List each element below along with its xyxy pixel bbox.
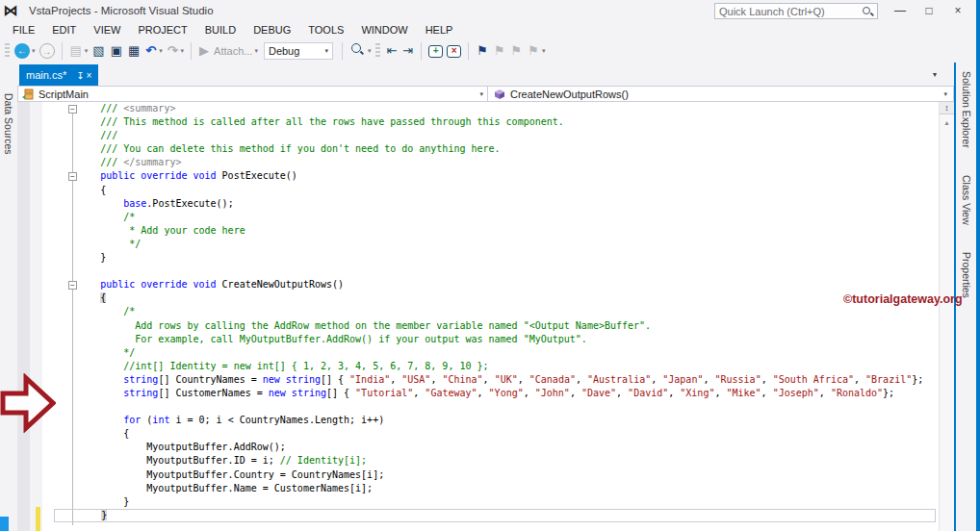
code-line[interactable] — [54, 265, 936, 278]
tab-main-cs[interactable]: main.cs* ↧ × — [19, 64, 98, 86]
new-file-dropdown[interactable]: ▾ — [85, 47, 89, 55]
types-dropdown-caret[interactable]: ▾ — [479, 90, 483, 98]
close-button[interactable]: × — [943, 0, 972, 21]
code-line[interactable]: for (int i = 0; i < CountryNames.Length;… — [54, 414, 936, 427]
code-line[interactable]: /// <summary> — [54, 102, 936, 115]
tab-list-dropdown-icon[interactable]: ▾ — [933, 70, 937, 79]
code-line[interactable]: } — [54, 251, 936, 265]
members-dropdown-caret[interactable]: ▾ — [943, 90, 947, 98]
debug-target-combo[interactable]: Debug▾ — [264, 42, 333, 60]
menu-item-help[interactable]: HELP — [417, 21, 462, 39]
navigate-forward-button[interactable]: → — [39, 43, 55, 59]
navigate-backward-button[interactable]: ← — [14, 43, 30, 59]
code-line[interactable]: //int[] Identity = new int[] { 1, 2, 3, … — [54, 360, 936, 373]
menu-item-debug[interactable]: DEBUG — [245, 21, 299, 39]
menu-item-project[interactable]: PROJECT — [129, 21, 195, 39]
menu-item-tools[interactable]: TOOLS — [299, 21, 352, 39]
undo-button[interactable]: ↶ — [145, 41, 156, 61]
types-dropdown[interactable]: ScriptMain ▾ — [18, 87, 487, 101]
find-overflow[interactable]: ▾ — [368, 47, 372, 55]
code-line[interactable]: /// You can delete this method if you do… — [54, 142, 936, 156]
minimize-button[interactable]: — — [886, 0, 915, 21]
watermark-text: ©tutorialgateway.org — [843, 292, 963, 306]
menu-item-edit[interactable]: EDIT — [43, 21, 85, 39]
save-button[interactable]: ▣ — [111, 41, 122, 61]
code-line[interactable]: base.PostExecute(); — [54, 197, 936, 211]
code-line[interactable]: */ — [54, 238, 936, 251]
window-border-corner — [0, 517, 9, 531]
add-comment-button[interactable]: + — [428, 45, 443, 58]
redo-button[interactable]: ↷ — [168, 41, 178, 61]
code-line[interactable]: For example, call MyOutputBuffer.AddRow(… — [54, 333, 936, 346]
code-lines[interactable]: /// <summary> /// This method is called … — [54, 102, 936, 522]
close-tab-icon[interactable]: × — [87, 70, 92, 81]
menu-item-file[interactable]: FILE — [4, 21, 43, 39]
attach-dropdown[interactable]: ▾ — [254, 47, 258, 55]
save-all-button[interactable]: ▦ — [128, 41, 140, 61]
vertical-scrollbar[interactable]: ↕ ▲ — [939, 102, 954, 531]
code-folding-margin: −−− — [42, 102, 54, 531]
pin-tab-icon[interactable]: ↧ — [76, 70, 84, 81]
menu-item-build[interactable]: BUILD — [196, 21, 245, 39]
code-line[interactable]: */ — [54, 346, 936, 360]
code-line[interactable]: * Add your code here — [54, 224, 936, 238]
clear-bookmarks-button[interactable]: ⚑ — [528, 41, 539, 61]
undo-dropdown[interactable]: ▾ — [159, 47, 163, 55]
window-controls: — □ × — [886, 0, 972, 21]
redo-dropdown[interactable]: ▾ — [181, 47, 185, 55]
quick-launch-input[interactable]: Quick Launch (Ctrl+Q) — [714, 3, 878, 19]
code-line[interactable]: } — [54, 509, 936, 522]
bookmark-overflow[interactable]: ▾ — [542, 47, 546, 55]
editor-navigation-bar: ScriptMain ▾ CreateNewOutputRows() ▾ — [17, 86, 954, 102]
code-editor[interactable]: −−− /// <summary> /// This method is cal… — [17, 102, 954, 531]
members-dropdown[interactable]: CreateNewOutputRows() ▾ — [487, 87, 953, 101]
previous-bookmark-button[interactable]: ⚑ — [494, 41, 505, 61]
code-line[interactable]: /// This method is called after all the … — [54, 115, 936, 129]
code-line[interactable]: /// </summary> — [54, 156, 936, 169]
panel-tab-class-view[interactable]: Class View — [961, 169, 972, 231]
left-tool-strip: Data Sources — [0, 63, 17, 531]
toolbar-sep — [421, 42, 422, 60]
delete-comment-button[interactable]: × — [447, 45, 461, 58]
indent-increase-button[interactable]: ⇥ — [402, 41, 413, 61]
indicator-margin — [17, 102, 30, 531]
menu-item-view[interactable]: VIEW — [85, 21, 129, 39]
scroll-up-icon[interactable]: ▲ — [940, 114, 954, 126]
debug-target-caret[interactable]: ▾ — [324, 47, 328, 55]
code-line[interactable]: public override void CreateNewOutputRows… — [54, 278, 936, 291]
panel-tab-data-sources[interactable]: Data Sources — [3, 88, 14, 161]
navigate-backward-dropdown[interactable]: ▾ — [32, 47, 36, 55]
maximize-button[interactable]: □ — [915, 0, 943, 21]
code-line[interactable] — [54, 400, 936, 414]
find-icon — [350, 42, 365, 57]
code-line[interactable]: } — [54, 495, 936, 509]
menu-item-window[interactable]: WINDOW — [352, 21, 416, 39]
attach-button[interactable]: Attach... — [214, 45, 252, 57]
toggle-bookmark-button[interactable]: ⚑ — [477, 41, 488, 61]
split-window-handle[interactable]: ↕ — [940, 102, 954, 114]
code-line[interactable]: MyoutputBuffer.Country = CountryNames[i]… — [54, 468, 936, 482]
code-line[interactable]: { — [54, 291, 936, 305]
next-bookmark-button[interactable]: ⚑ — [511, 41, 523, 61]
menu-bar: FILEEDITVIEWPROJECTBUILDDEBUGTOOLSWINDOW… — [0, 21, 976, 39]
new-file-button[interactable]: ▤ — [70, 41, 82, 61]
code-line[interactable]: { — [54, 184, 936, 197]
attach-play-icon[interactable]: ▶ — [199, 41, 209, 61]
code-line[interactable]: /* — [54, 211, 936, 224]
open-file-button[interactable]: ▧ — [92, 41, 104, 61]
code-line[interactable]: Add rows by calling the AddRow method on… — [54, 319, 936, 333]
code-line[interactable]: MyoutputBuffer.AddRow(); — [54, 441, 936, 454]
code-line[interactable]: string[] CountryNames = new string[] { "… — [54, 373, 936, 387]
code-line[interactable]: { — [54, 427, 936, 441]
find-in-files-button[interactable] — [350, 42, 365, 61]
panel-tab-solution-explorer[interactable]: Solution Explorer — [961, 65, 972, 154]
window-border-right — [976, 0, 980, 531]
code-line[interactable]: /* — [54, 305, 936, 318]
code-line[interactable]: MyoutputBuffer.ID = i; // Identity[i]; — [54, 454, 936, 468]
indent-decrease-button[interactable]: ⇤ — [386, 41, 397, 61]
code-line[interactable]: string[] CustomerNames = new string[] { … — [54, 387, 936, 400]
code-line[interactable]: public override void PostExecute() — [54, 169, 936, 183]
current-method-name: CreateNewOutputRows() — [510, 88, 629, 100]
code-line[interactable]: MyoutputBuffer.Name = CustomerNames[i]; — [54, 482, 936, 495]
code-line[interactable]: /// — [54, 129, 936, 142]
